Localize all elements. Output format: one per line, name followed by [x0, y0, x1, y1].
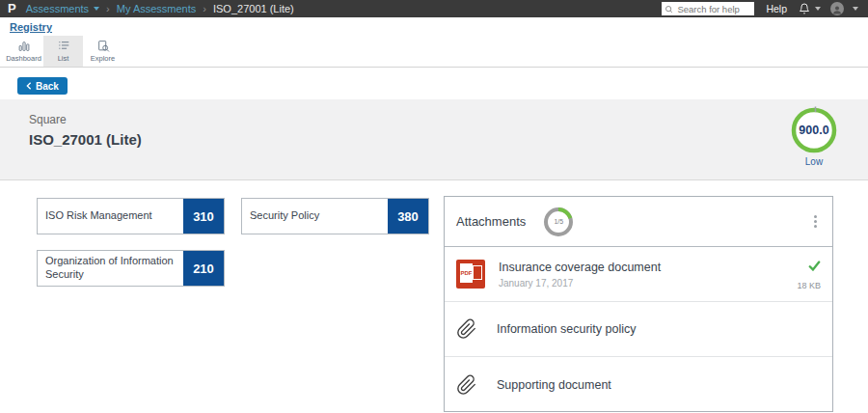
score-value: 900.0 — [789, 105, 839, 155]
chevron-down-icon — [815, 7, 821, 11]
breadcrumb-current: ISO_27001 (Lite) — [213, 3, 294, 14]
attachments-panel: Attachments 1/5 PDF Insurance coverage d… — [444, 196, 833, 412]
chevron-down-icon — [853, 7, 858, 11]
top-navbar: P Assessments › My Assessments › ISO_270… — [0, 0, 868, 17]
person-icon — [831, 4, 843, 15]
attachment-row-insurance-coverage[interactable]: PDF Insurance coverage document January … — [445, 247, 832, 302]
list-icon — [57, 40, 70, 52]
assessment-header: Square ISO_27001 (Lite) 900.0 Low — [0, 99, 868, 180]
check-icon — [808, 261, 821, 271]
breadcrumb-separator-icon: › — [203, 3, 206, 14]
attachments-header: Attachments 1/5 — [445, 197, 832, 247]
attachments-title: Attachments — [456, 214, 526, 229]
attachment-status: 18 KB — [797, 258, 821, 290]
paperclip-icon — [456, 374, 477, 396]
help-search — [662, 2, 754, 15]
app-root: P Assessments › My Assessments › ISO_270… — [0, 0, 868, 413]
avatar — [830, 2, 844, 15]
user-menu[interactable] — [830, 2, 858, 15]
pdf-badge-text: PDF — [460, 270, 473, 276]
attachments-progress-label: 1/5 — [541, 205, 576, 239]
attachment-texts: Insurance coverage document January 17, … — [499, 261, 661, 289]
chevron-left-icon — [26, 82, 32, 90]
tile-score-badge: 380 — [388, 199, 428, 234]
back-button[interactable]: Back — [17, 77, 68, 95]
tab-dashboard[interactable]: Dashboard — [4, 36, 43, 67]
tab-list[interactable]: List — [43, 36, 83, 67]
view-tabs: Dashboard List Explore — [0, 36, 868, 68]
attachment-row-information-security-policy[interactable]: Information security policy — [445, 302, 832, 357]
breadcrumb-separator-icon: › — [106, 3, 110, 14]
tab-label: Dashboard — [6, 54, 41, 63]
secondary-nav: Registry — [0, 17, 868, 36]
category-tile-security-policy[interactable]: Security Policy 380 — [241, 198, 429, 234]
notifications-menu[interactable] — [799, 3, 821, 14]
bell-icon — [799, 3, 810, 14]
score-label: Low — [783, 156, 845, 167]
tile-label: Security Policy — [242, 199, 388, 234]
search-icon — [665, 5, 673, 14]
pdf-file-icon: PDF — [456, 260, 485, 289]
entity-name: Square — [29, 113, 67, 126]
tile-label: Organization of Information Security — [38, 251, 183, 286]
help-link[interactable]: Help — [766, 3, 787, 14]
tab-label: Explore — [91, 54, 115, 63]
kebab-menu-icon[interactable] — [810, 211, 821, 232]
tile-score-badge: 310 — [183, 199, 224, 234]
app-logo[interactable]: P — [8, 0, 16, 17]
search-input[interactable] — [662, 2, 754, 15]
tab-explore[interactable]: Explore — [83, 36, 122, 67]
bar-chart-icon — [17, 40, 31, 52]
score-ring: 900.0 — [789, 105, 839, 155]
assessments-menu[interactable]: Assessments — [26, 3, 99, 14]
assessments-menu-label: Assessments — [26, 3, 89, 14]
paperclip-icon — [456, 318, 477, 340]
back-button-label: Back — [36, 81, 59, 92]
category-tile-organization-of-information-security[interactable]: Organization of Information Security 210 — [37, 250, 225, 287]
category-tile-iso-risk-management[interactable]: ISO Risk Management 310 — [37, 198, 225, 234]
explore-icon — [96, 40, 110, 52]
attachment-title: Information security policy — [497, 322, 637, 336]
tab-label: List — [58, 54, 69, 63]
attachments-progress-donut: 1/5 — [541, 205, 576, 239]
attachment-title: Insurance coverage document — [499, 261, 661, 274]
attachment-date: January 17, 2017 — [499, 278, 661, 289]
chevron-down-icon — [94, 7, 99, 11]
page-title: ISO_27001 (Lite) — [29, 131, 142, 148]
attachment-row-supporting-document[interactable]: Supporting document — [445, 357, 832, 412]
attachment-title: Supporting document — [497, 378, 611, 392]
tile-label: ISO Risk Management — [38, 199, 183, 234]
breadcrumb-my-assessments[interactable]: My Assessments — [117, 3, 197, 14]
attachment-size: 18 KB — [797, 281, 821, 290]
score-gauge: 900.0 Low — [783, 105, 845, 167]
registry-link[interactable]: Registry — [10, 21, 52, 33]
tile-score-badge: 210 — [183, 251, 224, 286]
